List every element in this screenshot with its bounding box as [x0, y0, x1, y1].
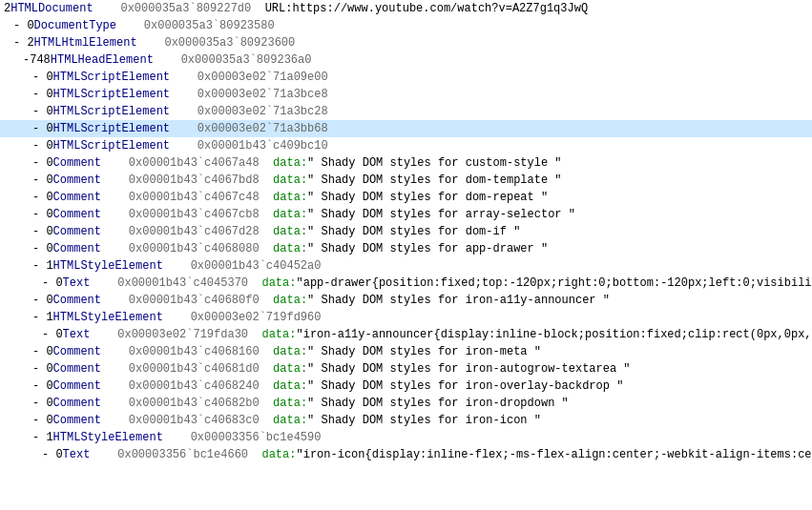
data-label: data:: [260, 294, 307, 307]
node-address: 0x00001b43`c40452a0: [163, 259, 322, 273]
node-address: 0x00003e02`71a09e00: [170, 71, 328, 84]
tree-row[interactable]: - 0 Comment 0x00001b43`c40682b0 data:" S…: [0, 395, 812, 412]
node-type: Comment: [53, 294, 101, 307]
tree-row[interactable]: - 0 Comment 0x00001b43`c4068160 data:" S…: [0, 343, 812, 360]
tree-row[interactable]: - 0 Comment 0x00001b43`c4068240 data:" S…: [0, 377, 812, 395]
row-prefix: - 0: [32, 345, 53, 358]
tree-row[interactable]: - 0 Text 0x00003e02`719fda30 data:"iron-…: [0, 326, 812, 343]
node-address: 0x000035a3`80923580: [116, 19, 275, 32]
data-label: data:: [248, 448, 296, 461]
node-address: 0x00003356`bc1e4660: [90, 448, 248, 461]
data-label: data:: [260, 225, 307, 238]
node-extra: URL:https://www.youtube.com/watch?v=A2Z7…: [251, 2, 588, 15]
data-value: " Shady DOM styles for array-selector ": [307, 208, 575, 221]
node-type: Comment: [53, 414, 101, 427]
node-type: HTMLDocument: [10, 2, 93, 15]
node-type: Comment: [53, 345, 101, 358]
tree-row[interactable]: - 0 Comment 0x00001b43`c40683c0 data:" S…: [0, 412, 812, 429]
node-type: Text: [63, 276, 91, 290]
tree-row[interactable]: - 0 Comment 0x00001b43`c4067a48 data:" S…: [0, 154, 812, 172]
tree-row[interactable]: - 0 Text 0x00001b43`c4045370 data:"app-d…: [0, 275, 812, 292]
node-address: 0x00003e02`719fda30: [90, 328, 248, 341]
node-type: Comment: [53, 173, 101, 187]
node-address: 0x00003e02`719fd960: [163, 311, 322, 324]
row-prefix: - 2: [13, 36, 34, 50]
data-value: " Shady DOM styles for iron-icon ": [307, 414, 541, 427]
node-address: 0x00001b43`c40681d0: [101, 362, 260, 376]
row-prefix: - 0: [32, 156, 53, 170]
tree-row[interactable]: -748 HTMLHeadElement 0x000035a3`809236a0: [0, 51, 812, 69]
node-address: 0x00001b43`c40680f0: [101, 294, 260, 307]
data-value: " Shady DOM styles for dom-repeat ": [307, 191, 548, 204]
row-prefix: - 1: [32, 259, 53, 273]
node-type: HTMLScriptElement: [53, 88, 170, 101]
tree-row[interactable]: - 0 Comment 0x00001b43`c4067c48 data:" S…: [0, 189, 812, 206]
node-address: 0x00003356`bc1e4590: [163, 431, 322, 444]
tree-row[interactable]: - 0 Text 0x00003356`bc1e4660 data:"iron-…: [0, 446, 812, 463]
node-address: 0x00001b43`c40682b0: [101, 397, 260, 410]
data-value: " Shady DOM styles for custom-style ": [307, 156, 561, 170]
node-type: Text: [63, 448, 91, 461]
tree-row[interactable]: - 0 HTMLScriptElement 0x00003e02`71a3bce…: [0, 86, 812, 103]
node-type: Text: [63, 328, 91, 341]
tree-row[interactable]: - 1 HTMLStyleElement 0x00003356`bc1e4590: [0, 429, 812, 446]
row-prefix: - 1: [32, 311, 53, 324]
node-address: 0x00003e02`71a3bc28: [170, 105, 328, 118]
data-value: "iron-a11y-announcer{display:inline-bloc…: [296, 328, 812, 341]
row-prefix: - 0: [32, 139, 53, 153]
row-prefix: - 1: [32, 431, 53, 444]
node-type: Comment: [53, 191, 101, 204]
data-label: data:: [260, 208, 307, 221]
tree-row[interactable]: - 0 Comment 0x00001b43`c40681d0 data:" S…: [0, 360, 812, 377]
row-prefix: - 0: [13, 19, 34, 32]
node-address: 0x000035a3`80923600: [137, 36, 296, 50]
tree-row[interactable]: - 1 HTMLStyleElement 0x00003e02`719fd960: [0, 309, 812, 326]
node-address: 0x00001b43`c4068160: [101, 345, 260, 358]
tree-row[interactable]: - 0 HTMLScriptElement 0x00003e02`71a09e0…: [0, 69, 812, 86]
row-prefix: - 0: [32, 122, 53, 135]
data-label: data:: [248, 328, 296, 341]
node-address: 0x00001b43`c4067d28: [101, 225, 260, 238]
node-type: DocumentType: [34, 19, 116, 32]
tree-row[interactable]: - 0 HTMLScriptElement 0x00003e02`71a3bb6…: [0, 120, 812, 137]
data-value: " Shady DOM styles for iron-autogrow-tex…: [307, 362, 630, 376]
node-type: Comment: [53, 397, 101, 410]
row-prefix: - 0: [32, 208, 53, 221]
node-address: 0x00001b43`c4067bd8: [101, 173, 260, 187]
tree-row[interactable]: - 0 DocumentType 0x000035a3`80923580: [0, 17, 812, 34]
tree-row[interactable]: 2 HTMLDocument 0x000035a3`809227d0 URL:h…: [0, 0, 812, 17]
node-address: 0x00001b43`c4068080: [101, 242, 260, 255]
node-type: HTMLScriptElement: [53, 71, 170, 84]
tree-row[interactable]: - 0 HTMLScriptElement 0x00003e02`71a3bc2…: [0, 103, 812, 120]
row-prefix: - 0: [42, 328, 63, 341]
row-prefix: - 0: [32, 379, 53, 393]
tree-row[interactable]: - 1 HTMLStyleElement 0x00001b43`c40452a0: [0, 257, 812, 275]
data-value: " Shady DOM styles for dom-if ": [307, 225, 520, 238]
node-type: Comment: [53, 362, 101, 376]
tree-row[interactable]: - 0 Comment 0x00001b43`c40680f0 data:" S…: [0, 292, 812, 309]
tree-row[interactable]: - 0 Comment 0x00001b43`c4067d28 data:" S…: [0, 223, 812, 240]
data-label: data:: [260, 379, 307, 393]
tree-row[interactable]: - 0 HTMLScriptElement 0x00001b43`c409bc1…: [0, 137, 812, 154]
row-prefix: - 0: [32, 88, 53, 101]
data-value: " Shady DOM styles for iron-a11y-announc…: [307, 294, 610, 307]
tree-row[interactable]: - 0 Comment 0x00001b43`c4068080 data:" S…: [0, 240, 812, 257]
tree-row[interactable]: - 0 Comment 0x00001b43`c4067cb8 data:" S…: [0, 206, 812, 223]
data-value: " Shady DOM styles for dom-template ": [307, 173, 561, 187]
data-label: data:: [260, 362, 307, 376]
tree-row[interactable]: - 2 HTMLHtmlElement 0x000035a3`80923600: [0, 34, 812, 51]
node-type: HTMLScriptElement: [53, 105, 170, 118]
row-prefix: - 0: [32, 397, 53, 410]
node-type: HTMLStyleElement: [53, 259, 163, 273]
row-prefix: - 0: [32, 414, 53, 427]
node-address: 0x000035a3`809236a0: [154, 53, 312, 67]
data-value: " Shady DOM styles for iron-overlay-back…: [307, 379, 623, 393]
tree-row[interactable]: - 0 Comment 0x00001b43`c4067bd8 data:" S…: [0, 172, 812, 189]
row-prefix: - 0: [32, 225, 53, 238]
node-address: 0x00003e02`71a3bb68: [170, 122, 328, 135]
row-prefix: - 0: [32, 105, 53, 118]
node-address: 0x00001b43`c409bc10: [170, 139, 328, 153]
node-type: HTMLHeadElement: [51, 53, 154, 67]
data-label: data:: [260, 156, 307, 170]
node-type: HTMLStyleElement: [53, 311, 163, 324]
